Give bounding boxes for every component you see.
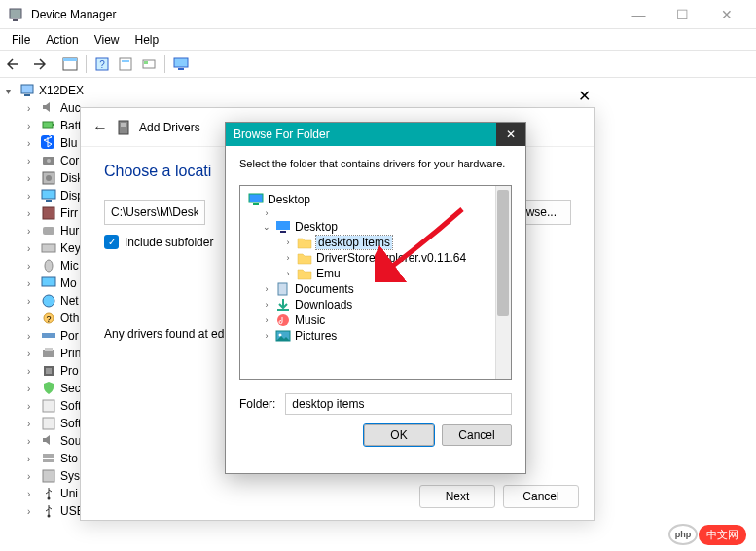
device-label: Sto [60,452,78,465]
monitor-button[interactable] [170,54,192,75]
svg-rect-14 [43,122,53,128]
device-label: Firr [60,206,78,220]
cancel-button[interactable]: Cancel [442,424,512,446]
checkbox-checked-icon[interactable]: ✓ [104,235,119,249]
browse-close-button[interactable]: ✕ [496,123,525,146]
svg-text:?: ? [46,314,51,324]
scrollbar-thumb[interactable] [497,190,509,316]
chevron-right-icon[interactable]: › [283,269,293,278]
storage-icon [41,451,56,466]
tree-pictures[interactable]: › Pictures [244,328,507,344]
tree-music[interactable]: › Music [244,312,507,328]
menu-view[interactable]: View [87,31,127,49]
svg-rect-39 [43,459,54,462]
tree-item-label: Documents [295,282,354,296]
dialog-close-button[interactable]: ✕ [578,87,591,105]
svg-point-42 [48,515,51,518]
folder-tree[interactable]: Desktop › ⌄ Desktop › desktop items › Dr… [239,185,512,380]
show-hidden-button[interactable] [59,54,81,75]
chevron-down-icon[interactable]: ⌄ [262,222,271,232]
tree-item-label: Music [295,313,325,327]
chevron-right-icon[interactable]: › [262,315,271,325]
device-label: Sys [60,469,80,483]
app-icon [8,7,23,22]
svg-rect-11 [178,68,184,70]
display-icon [41,188,56,203]
menu-help[interactable]: Help [127,31,167,49]
properties-button[interactable] [115,54,136,75]
document-icon [275,282,291,296]
tree-item-label: Desktop [268,193,310,206]
tree-item-label: DriverStoreExplorer.v0.11.64 [316,251,466,265]
chevron-right-icon[interactable]: › [262,208,271,218]
tree-item-label: Downloads [295,298,352,312]
maximize-button[interactable]: ☐ [661,0,704,29]
svg-rect-38 [43,454,54,458]
tree-desktop-expanded[interactable]: ⌄ Desktop [244,219,507,235]
device-label: Oth [60,312,79,325]
forward-button[interactable] [27,54,49,75]
next-button[interactable]: Next [419,485,495,508]
svg-rect-1 [13,19,18,21]
tree-item[interactable]: › Emu [244,266,507,281]
chevron-right-icon: › [27,506,37,517]
camera-icon [41,153,56,168]
chevron-right-icon[interactable]: › [262,331,271,341]
svg-rect-21 [42,190,55,199]
svg-rect-37 [43,418,54,429]
tree-item-label: Desktop [295,220,338,234]
tree-item[interactable]: › [244,207,507,219]
help-button[interactable]: ? [91,54,113,75]
music-icon [275,313,291,327]
close-button[interactable]: ✕ [704,0,748,29]
desktop-icon [248,193,264,206]
svg-rect-33 [45,348,53,351]
minimize-button[interactable]: — [617,0,661,29]
toolbar: ? [0,51,756,78]
chevron-right-icon: › [27,156,37,166]
browse-body: Select the folder that contains drivers … [226,146,525,456]
cpu-icon [41,363,56,379]
svg-point-50 [277,314,289,326]
svg-point-18 [47,159,51,163]
tree-downloads[interactable]: › Downloads [244,297,507,312]
back-button[interactable] [4,54,25,75]
desktop-icon [275,220,291,234]
chevron-right-icon[interactable]: › [283,253,293,263]
chevron-right-icon: › [27,454,37,464]
chevron-right-icon: › [27,243,37,254]
scan-button[interactable] [138,54,160,75]
cancel-button[interactable]: Cancel [503,485,579,508]
driver-icon [116,120,131,135]
watermark-badge: 中文网 [699,525,746,545]
scrollbar[interactable] [495,186,511,379]
chevron-right-icon[interactable]: › [262,300,271,310]
chevron-right-icon[interactable]: › [283,238,293,247]
device-label: Uni [60,487,78,500]
other-icon: ? [41,311,56,326]
tree-item-desktop-items[interactable]: › desktop items [244,235,507,250]
chevron-right-icon: › [27,313,37,324]
tree-documents[interactable]: › Documents [244,281,507,297]
device-label: Por [60,329,79,343]
folder-icon [297,236,312,249]
menu-action[interactable]: Action [38,31,86,49]
svg-rect-15 [53,124,54,126]
tree-desktop-root[interactable]: Desktop [244,192,507,207]
svg-rect-25 [42,244,55,252]
watermark: php 中文网 [699,525,746,545]
tree-item[interactable]: › DriverStoreExplorer.v0.11.64 [244,250,507,266]
folder-name-input[interactable] [285,393,512,415]
svg-rect-12 [21,85,33,93]
pictures-icon [275,329,291,343]
chevron-right-icon[interactable]: › [262,284,271,294]
tree-root[interactable]: ▾ X12DEX [6,82,750,99]
computer-icon [19,83,35,98]
back-arrow-icon[interactable]: ← [92,119,108,136]
ok-button[interactable]: OK [364,424,434,446]
chevron-right-icon: › [27,349,37,359]
menu-file[interactable]: File [4,31,38,49]
svg-point-28 [43,295,54,307]
chevron-right-icon: › [27,366,37,377]
driver-path-input[interactable] [104,200,205,225]
